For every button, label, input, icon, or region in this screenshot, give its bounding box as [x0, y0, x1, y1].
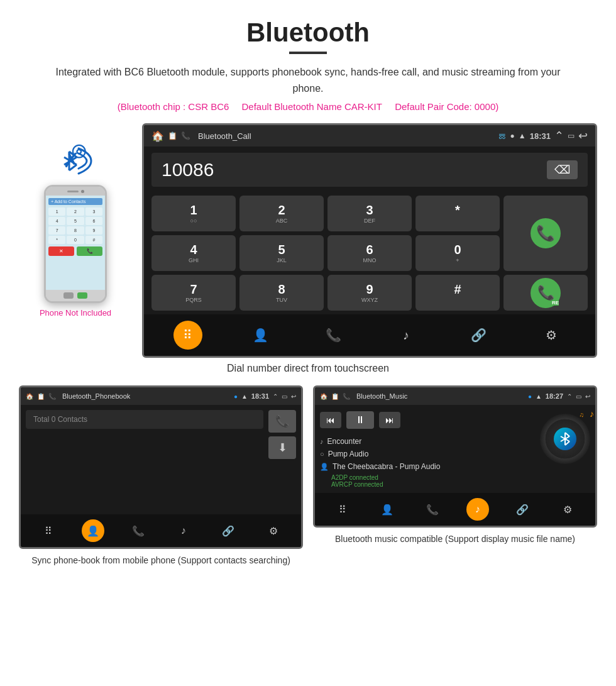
status-icon-menu: 📋 — [168, 131, 177, 140]
key-8[interactable]: 8 TUV — [239, 275, 324, 311]
svg-line-6 — [565, 433, 569, 436]
music-nav-dialpad[interactable]: ⠿ — [331, 498, 354, 521]
nav-link[interactable]: 🔗 — [464, 321, 493, 350]
dialed-number: 10086 — [162, 159, 214, 180]
vinyl-record: ♪ ♫ — [540, 414, 590, 464]
home-icon: 🏠 — [151, 130, 164, 142]
key-9[interactable]: 9 WXYZ — [327, 275, 412, 311]
bluetooth-signal-icon: ✗ ⦾ — [50, 142, 101, 180]
delete-button[interactable]: ⌫ — [547, 160, 578, 179]
specs-line: (Bluetooth chip : CSR BC6 Default Blueto… — [0, 101, 616, 112]
dial-caption: Dial number direct from touchscreen — [0, 363, 616, 374]
key-5[interactable]: 5 JKL — [239, 235, 324, 271]
dial-bottom-nav: ⠿ 👤 📞 ♪ 🔗 ⚙ — [144, 314, 595, 356]
key-0[interactable]: 0 + — [415, 235, 500, 271]
bottom-row: 🏠 📋 📞 Bluetooth_Phonebook ● ▲ 18:31 ⌃ ▭ … — [19, 385, 597, 567]
music-bottom-nav: ⠿ 👤 📞 ♪ 🔗 ⚙ — [315, 493, 595, 526]
spec-code: Default Pair Code: 0000) — [395, 101, 498, 112]
music-nav-contacts[interactable]: 👤 — [376, 498, 399, 521]
car-dial-screen: 🏠 📋 📞 Bluetooth_Call ⯹ ● ▲ 18:31 ⌃ ▭ ↩ 1… — [142, 123, 597, 358]
recall-button[interactable]: 📞 RE — [503, 275, 588, 311]
key-6[interactable]: 6 MNO — [327, 235, 412, 271]
key-3[interactable]: 3 DEF — [327, 196, 412, 231]
signal-dot: ● — [510, 131, 515, 140]
pb-menu-icon: 📋 — [37, 393, 45, 400]
pb-nav-dialpad[interactable]: ⠿ — [37, 519, 60, 542]
music-caption: Bluetooth music compatible (Support disp… — [313, 533, 597, 546]
pb-back: ↩ — [291, 393, 296, 400]
album-name: Pump Audio — [328, 450, 369, 458]
track-name-row: ♪ Encounter — [320, 435, 535, 448]
nav-contacts[interactable]: 👤 — [246, 321, 275, 350]
key-hash[interactable]: # — [415, 275, 500, 311]
music-controls: ⏮ ⏸ ⏭ — [320, 411, 535, 429]
pb-expand: ⌃ — [273, 393, 278, 400]
prev-button[interactable]: ⏮ — [320, 412, 341, 428]
key-2[interactable]: 2 ABC — [239, 196, 324, 231]
nav-call[interactable]: 📞 — [319, 321, 348, 350]
phone-not-included-label: Phone Not Included — [40, 308, 111, 318]
music-back: ↩ — [585, 393, 590, 400]
music-status-bar: 🏠 📋 📞 Bluetooth_Music ● ▲ 18:27 ⌃ ▭ ↩ — [315, 387, 595, 405]
artist-icon: 👤 — [320, 463, 329, 471]
pb-screen-title: Bluetooth_Phonebook — [62, 392, 230, 400]
pb-home-icon: 🏠 — [26, 393, 33, 400]
pb-call-icon: 📞 — [48, 393, 56, 400]
key-star[interactable]: * — [415, 196, 500, 231]
dialer-display: 10086 ⌫ — [151, 153, 588, 187]
next-button[interactable]: ⏭ — [379, 412, 400, 428]
phonebook-card: 🏠 📋 📞 Bluetooth_Phonebook ● ▲ 18:31 ⌃ ▭ … — [19, 385, 303, 567]
pb-nav-call[interactable]: 📞 — [127, 519, 150, 542]
key-4[interactable]: 4 GHI — [151, 235, 236, 271]
phone-mockup: + Add to Contacts 1 2 3 4 5 6 7 8 9 * 0 … — [44, 185, 107, 303]
music-menu-icon: 📋 — [331, 393, 339, 400]
nav-settings[interactable]: ⚙ — [537, 321, 566, 350]
phonebook-caption: Sync phone-book from mobile phone (Suppo… — [19, 554, 303, 567]
phone-left: ✗ ⦾ + Add to Contacts 1 — [19, 123, 132, 318]
download-contacts-btn[interactable]: ⬇ — [268, 436, 296, 459]
music-nav-settings[interactable]: ⚙ — [556, 498, 579, 521]
bluetooth-icon: ⯹ — [498, 131, 507, 141]
music-screen-title: Bluetooth_Music — [356, 392, 524, 400]
contacts-search-box[interactable]: Total 0 Contacts — [26, 410, 263, 429]
music-card: 🏠 📋 📞 Bluetooth_Music ● ▲ 18:27 ⌃ ▭ ↩ ⏮ … — [313, 385, 597, 567]
music-nav-link[interactable]: 🔗 — [511, 498, 534, 521]
wifi-icon: ▲ — [519, 131, 526, 140]
page-title: Bluetooth — [0, 0, 616, 52]
phonebook-screen: 🏠 📋 📞 Bluetooth_Phonebook ● ▲ 18:31 ⌃ ▭ … — [19, 385, 303, 549]
pb-status-bar: 🏠 📋 📞 Bluetooth_Phonebook ● ▲ 18:31 ⌃ ▭ … — [21, 387, 301, 405]
spec-name: Default Bluetooth Name CAR-KIT — [242, 101, 382, 112]
pb-window: ▭ — [282, 393, 287, 400]
a2dp-status: A2DP connected — [320, 474, 535, 481]
disc-icon: ○ — [320, 450, 324, 458]
track-name: Encounter — [327, 437, 362, 446]
svg-line-3 — [69, 165, 77, 170]
expand-icon: ⌃ — [554, 129, 564, 143]
spec-chip: (Bluetooth chip : CSR BC6 — [118, 101, 229, 112]
phone-call-action-btn[interactable]: 📞 — [268, 410, 296, 433]
key-7[interactable]: 7 PQRS — [151, 275, 236, 311]
description-text: Integrated with BC6 Bluetooth module, su… — [50, 64, 566, 96]
artist-name: The Cheebacabra - Pump Audio — [333, 462, 440, 471]
nav-music[interactable]: ♪ — [392, 321, 421, 350]
main-section: ✗ ⦾ + Add to Contacts 1 — [19, 123, 597, 358]
pb-time: 18:31 — [251, 392, 269, 400]
dial-screen-title: Bluetooth_Call — [198, 131, 494, 141]
music-signal-dot: ● — [528, 393, 532, 400]
key-1[interactable]: 1 ○○ — [151, 196, 236, 231]
nav-dialpad[interactable]: ⠿ — [173, 321, 202, 350]
pb-nav-music[interactable]: ♪ — [172, 519, 195, 542]
contacts-list — [21, 462, 301, 512]
back-icon: ↩ — [578, 129, 588, 143]
time-display: 18:31 — [530, 131, 551, 141]
avrcp-status: AVRCP connected — [320, 481, 535, 488]
music-nav-call[interactable]: 📞 — [421, 498, 444, 521]
pb-nav-link[interactable]: 🔗 — [217, 519, 239, 542]
play-pause-button[interactable]: ⏸ — [346, 411, 374, 429]
pb-nav-contacts[interactable]: 👤 — [82, 519, 104, 542]
pb-nav-settings[interactable]: ⚙ — [262, 519, 285, 542]
music-wifi: ▲ — [536, 393, 542, 400]
music-nav-music[interactable]: ♪ — [466, 498, 489, 521]
music-call-icon: 📞 — [343, 393, 350, 400]
call-button[interactable]: 📞 — [503, 196, 588, 271]
